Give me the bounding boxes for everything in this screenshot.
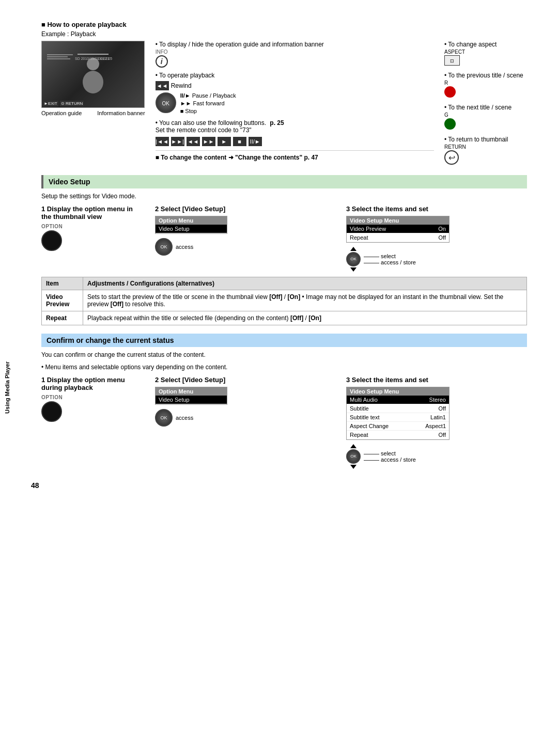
operate-bullet: To operate playback ◄◄ Rewind OK II/► Pa… <box>156 72 434 114</box>
confirm-option-btn <box>41 401 62 422</box>
note-buttons: • You can also use the following buttons… <box>156 119 434 146</box>
content-change: ■ To change the content ➜ "Change the co… <box>156 150 434 161</box>
playback-diagram: SD 2010/19/01 11:21 00:02:05 ►EXIT ⊙ RET… <box>41 41 527 165</box>
col-adjust: Adjustments / Configurations (alternativ… <box>83 277 527 290</box>
table-cell-item: Video Preview <box>42 290 83 311</box>
ok-btn-step3: OK <box>346 252 361 266</box>
example-label: Example : Playback <box>41 30 527 38</box>
confirm-menu-row: RepeatOff <box>347 431 449 439</box>
setup-desc: Setup the settings for Video mode. <box>41 193 527 200</box>
confirm-menu-row: Aspect ChangeAspect1 <box>347 422 449 431</box>
aspect-icon: ⊡ <box>444 55 460 66</box>
confirm-step1-label: 1 Display the option menu during playbac… <box>41 376 145 391</box>
select-row: OK select access / store <box>346 247 527 272</box>
confirm-arrow-up <box>350 444 357 448</box>
video-thumbnail: SD 2010/19/01 11:21 00:02:05 ►EXIT ⊙ RET… <box>41 41 145 108</box>
confirm-menu-row: SubtitleOff <box>347 404 449 413</box>
confirm-menu-box: Option Menu Video Setup <box>155 387 227 405</box>
svg-text:00:02:05: 00:02:05 <box>98 57 112 60</box>
right-column: To change aspect ASPECT ⊡ To the previou… <box>444 41 527 165</box>
info-icon: i <box>156 55 168 68</box>
prev-title-bullet: To the previous title / scene R <box>444 72 527 98</box>
step3-col: 3 Select the items and set Video Setup M… <box>346 205 527 272</box>
step3-label: 3 Select the items and set <box>346 205 527 213</box>
confirm-option-label: OPTION <box>41 395 63 400</box>
confirm-desc1: You can confirm or change the current st… <box>41 351 527 358</box>
table-row: Video PreviewSets to start the preview o… <box>42 290 527 311</box>
svg-point-1 <box>83 71 103 93</box>
menu2-header: Video Setup Menu <box>347 216 449 225</box>
return-icon: ↩ <box>444 150 459 165</box>
aspect-bullet: To change aspect ASPECT ⊡ <box>444 41 527 66</box>
steps-row-1: 1 Display the option menu in the thumbna… <box>41 205 527 272</box>
pauseplay-btn: II/► <box>249 137 262 146</box>
video-labels: Operation guide Information banner <box>41 110 145 116</box>
arrow-down-icon <box>350 267 357 272</box>
menu2-row1: Video Preview On <box>347 225 449 233</box>
confirm-step3-col: 3 Select the items and set Video Setup M… <box>346 376 527 469</box>
config-table: Item Adjustments / Configurations (alter… <box>41 277 527 325</box>
arrow-up-icon <box>350 247 357 251</box>
table-cell-item: Repeat <box>42 311 83 325</box>
stop2-btn: ■ <box>233 137 246 146</box>
confirm-step3-label: 3 Select the items and set <box>346 376 527 384</box>
green-button <box>444 118 456 130</box>
step1-col: 1 Display the option menu in the thumbna… <box>41 205 145 251</box>
page-number: 48 <box>31 481 39 490</box>
red-button <box>444 86 456 98</box>
table-cell-desc: Sets to start the preview of the title o… <box>83 290 527 311</box>
option-button <box>41 230 62 251</box>
section-title: How to operate playback <box>41 21 527 28</box>
play-btn: ► <box>218 137 231 146</box>
control-btns-row: |◄◄ ►►| ◄◄ ►► ► ■ II/► <box>156 137 434 146</box>
confirm-step2-col: 2 Select [Video Setup] Option Menu Video… <box>155 376 336 427</box>
confirm-desc2: • Menu items and selectable options vary… <box>41 364 527 371</box>
confirm-step2-label: 2 Select [Video Setup] <box>155 376 336 384</box>
confirm-bar: Confirm or change the current status <box>41 334 527 347</box>
return-thumb-bullet: To return to thumbnail RETURN ↩ <box>444 136 527 165</box>
ffwd2-btn: ►► <box>202 137 215 146</box>
confirm-access-row: OK access <box>155 409 336 427</box>
access-row: OK access <box>155 238 336 256</box>
option-text-label: OPTION <box>41 224 63 229</box>
sidebar-label: Using Media Player <box>4 361 10 414</box>
skip-back-btn: |◄◄ <box>156 137 169 146</box>
menu1-item: Video Setup <box>156 225 227 233</box>
video-setup-bar: Video Setup <box>41 175 527 188</box>
steps-row-2: 1 Display the option menu during playbac… <box>41 376 527 469</box>
confirm-video-menu-box: Video Setup Menu Multi AudioStereoSubtit… <box>346 387 450 440</box>
table-cell-desc: Playback repeat within the title or sele… <box>83 311 527 325</box>
confirm-section: Confirm or change the current status You… <box>41 334 527 469</box>
playback-section: How to operate playback Example : Playba… <box>41 21 527 165</box>
step1-icon-row: OPTION <box>41 224 145 251</box>
confirm-arrow-down <box>350 465 357 469</box>
video-setup-menu-box: Video Setup Menu Video Preview On Repeat… <box>346 216 450 243</box>
step1-label: 1 Display the option menu in the thumbna… <box>41 205 145 220</box>
nav-arrows-icon: OK <box>346 247 361 272</box>
confirm-select-row: OK select access / store <box>346 444 527 469</box>
ok-btn-step2: OK <box>155 238 173 256</box>
ok-button: OK <box>156 92 176 113</box>
rewind2-btn: ◄◄ <box>187 137 200 146</box>
menu2-row2: Repeat Off <box>347 233 449 242</box>
confirm-step1-col: 1 Display the option menu during playbac… <box>41 376 145 422</box>
table-row: RepeatPlayback repeat within the title o… <box>42 311 527 325</box>
skip-fwd-btn: ►►| <box>171 137 184 146</box>
confirm-ok-btn2: OK <box>346 449 361 464</box>
guide-bullet: To display / hide the operation guide an… <box>156 41 434 68</box>
menu1-header: Option Menu <box>156 216 227 225</box>
next-title-bullet: To the next title / scene G <box>444 104 527 130</box>
controls-column: To display / hide the operation guide an… <box>156 41 434 161</box>
confirm-menu-row: Multi AudioStereo <box>347 396 449 404</box>
step2-col: 2 Select [Video Setup] Option Menu Video… <box>155 205 336 256</box>
confirm-menu-row: Subtitle textLatin1 <box>347 413 449 422</box>
confirm-menu1-header: Option Menu <box>156 387 227 396</box>
option-menu-box: Option Menu Video Setup <box>155 216 227 234</box>
confirm-menu1-item: Video Setup <box>156 396 227 404</box>
confirm-menu2-header: Video Setup Menu <box>347 387 449 396</box>
video-setup-section: Video Setup Setup the settings for Video… <box>41 175 527 325</box>
rewind-btn: ◄◄ <box>156 81 169 90</box>
confirm-step1-icon: OPTION <box>41 395 145 422</box>
col-item: Item <box>42 277 83 290</box>
svg-rect-2 <box>78 54 109 55</box>
